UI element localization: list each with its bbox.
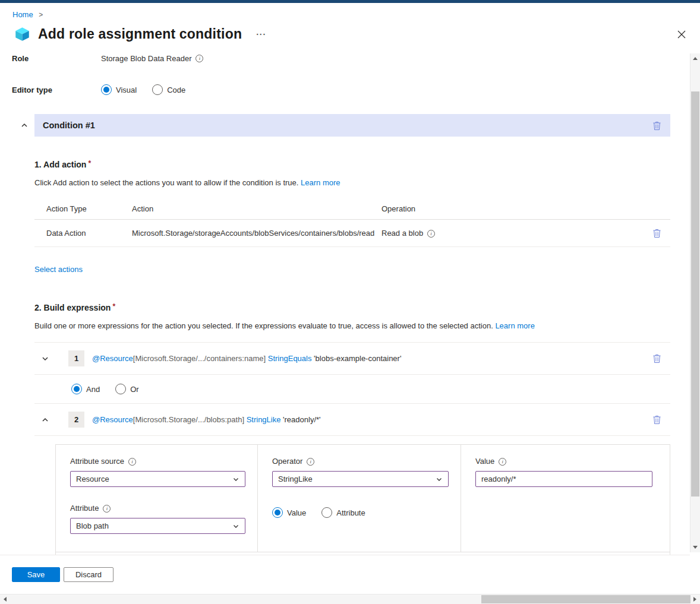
mode-value-radio[interactable]: Value — [272, 507, 306, 518]
radio-selected-icon — [71, 384, 82, 394]
editor-type-visual-label: Visual — [116, 86, 137, 94]
add-action-description: Click Add action to select the actions y… — [34, 178, 670, 187]
column-header-action: Action — [120, 204, 381, 213]
attribute-dropdown[interactable]: Blob path — [70, 518, 245, 534]
editor-type-code-radio[interactable]: Code — [152, 84, 185, 95]
value-label: Value — [475, 457, 658, 466]
collapse-condition-chevron-icon[interactable] — [18, 121, 31, 129]
scroll-down-arrow-icon[interactable] — [690, 542, 700, 552]
attribute-info-icon[interactable] — [103, 505, 111, 513]
chevron-down-icon — [436, 476, 443, 483]
condition-header-row: Condition #1 — [12, 114, 670, 137]
role-info-icon[interactable] — [196, 55, 203, 62]
horizontal-scrollbar-thumb[interactable] — [481, 595, 690, 603]
expression-2-summary: @Resource[Microsoft.Storage/.../blobs:pa… — [92, 415, 321, 424]
expression-2-source-link[interactable]: @Resource — [92, 415, 133, 424]
attribute-source-label: Attribute source — [70, 457, 245, 466]
expression-1-summary: @Resource[Microsoft.Storage/.../containe… — [92, 354, 401, 363]
value-info-icon[interactable] — [499, 458, 506, 466]
table-row: Data Action Microsoft.Storage/storageAcc… — [34, 220, 670, 247]
discard-button[interactable]: Discard — [64, 567, 113, 582]
logical-and-radio[interactable]: And — [71, 384, 100, 394]
expression-1-number-badge: 1 — [68, 350, 84, 366]
save-button[interactable]: Save — [12, 567, 60, 582]
add-action-learn-more-link[interactable]: Learn more — [301, 178, 340, 187]
expression-1-operator-link[interactable]: StringEquals — [268, 354, 312, 363]
horizontal-scrollbar[interactable] — [0, 594, 700, 604]
expand-expression-1-chevron-icon[interactable] — [40, 355, 50, 363]
breadcrumb: Home > — [0, 3, 700, 19]
mode-value-label: Value — [287, 508, 306, 517]
add-role-assignment-condition-page: Home > Add role assignment condition ···… — [0, 0, 700, 604]
delete-action-icon[interactable] — [652, 227, 662, 239]
build-expression-description: Build one or more expressions for the ac… — [34, 321, 670, 330]
select-actions-link[interactable]: Select actions — [34, 265, 83, 274]
build-expression-learn-more-link[interactable]: Learn more — [495, 321, 534, 330]
radio-selected-icon — [272, 507, 283, 518]
operator-cell: Operator StringLike Value — [258, 445, 461, 552]
editor-type-row: Editor type Visual Code — [12, 84, 670, 95]
delete-expression-1-icon[interactable] — [652, 353, 662, 364]
editor-type-visual-radio[interactable]: Visual — [101, 84, 137, 95]
scroll-up-arrow-icon[interactable] — [690, 53, 700, 64]
close-icon[interactable] — [675, 28, 688, 41]
pane-content: Role Storage Blob Data Reader Editor typ… — [0, 42, 700, 583]
operation-info-icon[interactable] — [427, 230, 435, 238]
operator-value: StringLike — [278, 475, 313, 483]
delete-condition-icon[interactable] — [652, 120, 662, 131]
attribute-source-dropdown[interactable]: Resource — [70, 471, 245, 487]
editor-type-code-label: Code — [167, 86, 185, 94]
editor-type-label: Editor type — [12, 86, 101, 94]
resource-cube-icon — [14, 26, 30, 42]
chevron-down-icon — [232, 476, 239, 483]
expression-2-number-badge: 2 — [68, 412, 84, 428]
logical-and-label: And — [86, 385, 100, 394]
operator-dropdown[interactable]: StringLike — [272, 471, 449, 487]
vertical-scrollbar[interactable] — [690, 53, 700, 552]
expression-row-1: 1 @Resource[Microsoft.Storage/.../contai… — [34, 343, 670, 375]
expression-1-source-link[interactable]: @Resource — [92, 354, 133, 363]
operator-info-icon[interactable] — [307, 458, 314, 466]
role-value: Storage Blob Data Reader — [101, 54, 191, 63]
condition-body: 1. Add action* Click Add action to selec… — [34, 159, 670, 583]
delete-expression-2-icon[interactable] — [652, 414, 662, 425]
radio-unselected-icon — [152, 84, 163, 95]
cell-action-type: Data Action — [34, 229, 120, 238]
expression-row-2: 2 @Resource[Microsoft.Storage/.../blobs:… — [34, 404, 670, 436]
required-marker: * — [112, 302, 115, 311]
footer-action-bar: Save Discard — [0, 555, 690, 594]
more-options-icon[interactable]: ··· — [256, 30, 266, 39]
add-action-heading: 1. Add action* — [34, 159, 670, 169]
condition-title: Condition #1 — [43, 121, 95, 130]
attribute-source-info-icon[interactable] — [128, 458, 136, 466]
radio-unselected-icon — [115, 384, 126, 394]
expression-2-operator-link[interactable]: StringLike — [247, 415, 281, 424]
required-marker: * — [88, 159, 91, 167]
chevron-down-icon — [232, 523, 239, 530]
scroll-left-arrow-icon[interactable] — [0, 594, 10, 604]
mode-attribute-radio[interactable]: Attribute — [321, 507, 365, 518]
operator-mode-radios: Value Attribute — [272, 507, 449, 518]
logical-operator-row: And Or — [34, 375, 670, 404]
expression-list: 1 @Resource[Microsoft.Storage/.../contai… — [34, 342, 670, 436]
column-header-operation: Operation — [381, 204, 644, 213]
logical-or-label: Or — [130, 385, 138, 394]
attribute-source-cell: Attribute source Resource Attribute — [56, 445, 258, 552]
build-expression-heading: 2. Build expression* — [34, 302, 670, 312]
value-input[interactable] — [475, 471, 652, 487]
operator-label: Operator — [272, 457, 449, 466]
title-bar: Add role assignment condition ··· — [14, 26, 688, 42]
attribute-value: Blob path — [76, 521, 109, 530]
scroll-right-arrow-icon[interactable] — [690, 594, 700, 604]
logical-or-radio[interactable]: Or — [115, 384, 138, 394]
vertical-scrollbar-thumb[interactable] — [691, 91, 699, 497]
cell-operation: Read a blob — [381, 229, 644, 238]
collapse-expression-2-chevron-icon[interactable] — [40, 416, 50, 424]
attribute-source-value: Resource — [76, 475, 109, 483]
condition-header[interactable]: Condition #1 — [34, 114, 670, 137]
mode-attribute-label: Attribute — [336, 508, 365, 517]
expression-editor-grid: Attribute source Resource Attribute — [56, 445, 670, 552]
breadcrumb-home-link[interactable]: Home — [12, 10, 33, 19]
attribute-label: Attribute — [70, 504, 245, 513]
role-label: Role — [12, 54, 101, 63]
